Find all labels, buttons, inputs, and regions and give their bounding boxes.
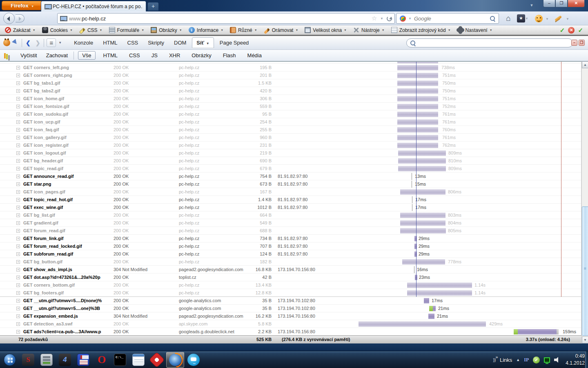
request-name[interactable]: GET forum_read_locked.gif [23,242,112,250]
filter-v-e[interactable]: Vše [78,51,95,60]
table-row[interactable]: +GET topic_read.gif200 OKpc-help.cz679 B… [0,165,581,173]
addon-smiley-button[interactable] [532,13,545,24]
addon-wand-button[interactable] [552,13,564,24]
expand-icon[interactable]: + [16,66,20,70]
devtoolbar-item-r-zn-[interactable]: Různé▼ [227,26,260,34]
tab-konzole[interactable]: Konzole [70,38,97,48]
expand-icon[interactable]: + [16,221,20,225]
table-row[interactable]: +GET gradient.gif200 OKpc-help.cz549 B80… [0,219,581,227]
expand-icon[interactable]: + [16,276,20,279]
bookmarks-button[interactable]: ★▼ [515,13,530,24]
expand-icon[interactable]: + [16,128,20,132]
expand-icon[interactable]: + [16,268,20,272]
addon-wand-dropdown-icon[interactable]: ▼ [566,17,569,21]
history-forward-icon[interactable]: ❯ [34,40,42,46]
expand-icon[interactable]: + [16,299,20,303]
filter-xhr[interactable]: XHR [165,52,184,59]
close-button[interactable]: ✕ [568,0,585,7]
request-name[interactable]: GET icon_pages.gif [23,188,112,196]
request-name[interactable]: GET bg_footers.gif [23,289,112,297]
firebug-search-input[interactable] [418,40,569,46]
table-row[interactable]: +GET icon_sudoku.gif200 OKpc-help.cz95 B… [0,110,581,118]
filter-css[interactable]: CSS [125,52,144,59]
minimize-button[interactable]: – [543,0,555,7]
expand-icon[interactable]: + [16,175,20,178]
expand-icon[interactable]: + [16,159,20,163]
vertical-scrollbar[interactable]: ▲ ▼ [581,61,588,343]
devtoolbar-item-n-stroje[interactable]: Nástroje▼ [351,26,387,34]
table-row[interactable]: +GET icon_register.gif200 OKpc-help.cz23… [0,141,581,149]
links-toolbar-label[interactable]: Links [500,357,512,363]
request-name[interactable]: GET exec_wine.gif [23,204,112,211]
expand-icon[interactable]: + [16,105,20,108]
lavalys-app-taskbar-button[interactable]: 4 [56,352,74,368]
expand-icon[interactable]: + [16,167,20,171]
table-row[interactable]: +GET icon_gallery.gif200 OKpc-help.cz960… [0,134,581,141]
table-row[interactable]: +GET bg_tabs2.gif200 OKpc-help.cz420 B75… [0,87,581,95]
expand-icon[interactable]: + [16,314,20,318]
search-icon[interactable] [490,16,495,21]
table-row[interactable]: +GET bg_tabs1.gif200 OKpc-help.cz1.5 KB7… [0,79,581,87]
table-row[interactable]: +GET __utm.gif?utmwv=5....D(none)%200 OK… [0,297,581,305]
search-input[interactable] [414,16,487,22]
firebug-menu-dropdown-icon[interactable]: ▼ [58,41,62,45]
tab-dom[interactable]: DOM [170,38,190,48]
expand-icon[interactable]: + [16,291,20,295]
request-name[interactable]: GET bg_tabs1.gif [23,79,112,87]
save-app-taskbar-button[interactable] [74,352,92,368]
expand-icon[interactable]: + [16,206,20,209]
request-name[interactable]: GET show_ads_impl.js [23,266,112,274]
table-row[interactable]: +GET bg_header.gif200 OKpc-help.cz690 B8… [0,157,581,165]
table-row[interactable]: +GET subforum_read.gif200 OKpc-help.cz12… [0,250,581,258]
table-row[interactable]: +GET forum_link.gif200 OKpc-help.cz734 B… [0,235,581,242]
request-name[interactable]: GET icon_sudoku.gif [23,110,112,118]
table-row[interactable]: +GET bg_button.gif200 OKpc-help.cz182 B7… [0,258,581,266]
expand-icon[interactable]: + [16,81,20,85]
url-text[interactable]: www.pc-help.cz [69,16,368,22]
expand-icon[interactable]: + [16,252,20,256]
network-chart-icon[interactable] [4,53,11,58]
addon-smiley-dropdown-icon[interactable]: ▼ [546,17,549,21]
show-hidden-icons[interactable]: ▲ [516,358,520,362]
request-name[interactable]: GET gradient.gif [23,219,112,227]
table-row[interactable]: +GET icon_logout.gif200 OKpc-help.cz219 … [0,149,581,157]
request-name[interactable]: GET icon_ucp.gif [23,118,112,126]
request-name[interactable]: GET star.png [23,180,112,188]
expand-icon[interactable]: + [16,213,20,217]
back-button[interactable] [3,13,15,24]
table-row[interactable]: +GET show_ads_impl.js304 Not Modifiedpag… [0,266,581,274]
table-row[interactable]: +GET corners_bottom.gif200 OKpc-help.cz1… [0,281,581,289]
restore-button[interactable]: ❐ [555,0,568,7]
opera-app-taskbar-button[interactable]: O [93,352,111,368]
search-bar[interactable]: ▼ [396,13,499,24]
persist-button[interactable]: Zachovat [43,51,71,60]
request-name[interactable]: GET bg_header.gif [23,157,112,165]
tab-page-speed[interactable]: Page Speed [216,38,253,48]
table-row[interactable]: +GET icon_fontsize.gif200 OKpc-help.cz55… [0,103,581,110]
filter-html[interactable]: HTML [100,52,121,59]
expand-icon[interactable]: + [16,322,20,326]
messenger-app-taskbar-button[interactable] [185,352,203,368]
table-row[interactable]: +GET forum_read.gif200 OKpc-help.cz688 B… [0,227,581,235]
expand-icon[interactable]: + [16,307,20,310]
tab-html[interactable]: HTML [99,38,121,48]
server-app-taskbar-button[interactable] [38,352,56,368]
table-row[interactable]: +GET star.png200 OKpc-help.cz673 B81.91.… [0,180,581,188]
forward-button[interactable] [16,14,24,22]
firebug-popout-button[interactable]: ❐ [579,40,585,46]
request-name[interactable]: GET topic_read.gif [23,165,112,173]
devtoolbar-item-cookies[interactable]: Cookies▼ [40,26,75,34]
expand-icon[interactable]: + [16,151,20,155]
expand-icon[interactable]: + [16,120,20,124]
expand-icon[interactable]: + [16,136,20,139]
request-name[interactable]: GET icon_gallery.gif [23,134,112,141]
scroll-up-icon[interactable]: ▲ [582,61,588,68]
expand-icon[interactable]: + [16,144,20,147]
request-name[interactable]: GET dot.asp?id=473261&...20a%20p [23,274,112,281]
request-name[interactable]: GET icon_register.gif [23,141,112,149]
expand-icon[interactable]: + [16,182,20,186]
devtoolbar-item-velikost-okna[interactable]: Velikost okna▼ [302,26,349,34]
expand-icon[interactable]: + [16,283,20,287]
filter-m-dia[interactable]: Média [244,52,265,59]
expand-icon[interactable]: + [16,330,20,334]
